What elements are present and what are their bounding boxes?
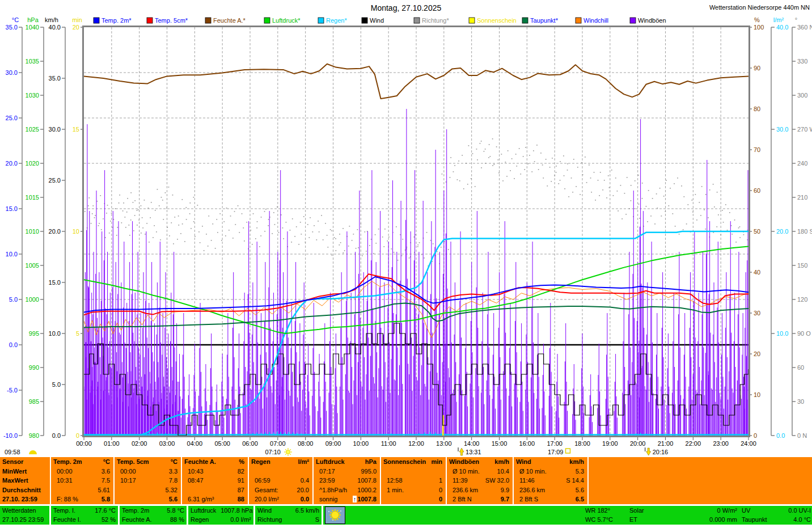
status-right-area: WR 182°WC 5.7°CSolar0 W/m²ET0.000 mmUV0.… xyxy=(323,506,812,525)
svg-text:1015: 1015 xyxy=(26,194,39,201)
svg-text:995: 995 xyxy=(29,330,39,337)
table-cell: 11:46S 14.4 xyxy=(514,476,587,485)
status-value: 4.0 °C xyxy=(789,516,811,525)
table-cell: sonnig↑1007.8 xyxy=(314,495,380,504)
table-cell: 08:4791 xyxy=(182,476,248,485)
svg-text:1005: 1005 xyxy=(26,262,39,269)
legend-item-0[interactable]: Temp. 2m* xyxy=(94,17,132,24)
table-cell: 06:590.4 xyxy=(249,476,312,485)
moonset-marker: 20:16 xyxy=(645,447,669,455)
svg-text:20: 20 xyxy=(73,24,79,31)
svg-text:1035: 1035 xyxy=(26,58,39,65)
status-label: Temp. I. xyxy=(53,506,75,516)
col-title: Temp. 2m xyxy=(51,457,82,467)
table-col-header: Regenl/m² xyxy=(249,457,312,467)
table-cell: 12:581 xyxy=(381,476,446,485)
legend-swatch xyxy=(576,18,581,23)
table-row-label: MaxWert xyxy=(0,476,50,485)
status-value: S xyxy=(311,516,319,525)
svg-text:360 N: 360 N xyxy=(797,24,812,31)
svg-text:985: 985 xyxy=(29,398,39,405)
cell-value: 3.6 xyxy=(102,467,113,476)
axis-unit-temp: °C xyxy=(12,16,19,23)
col-unit: % xyxy=(239,457,248,467)
cell-value: 7.8 xyxy=(169,476,181,485)
status-label: Wind xyxy=(257,506,272,516)
legend-item-8[interactable]: Taupunkt* xyxy=(522,17,559,24)
axis-unit-direction: ° xyxy=(795,16,797,23)
status-label: Feuchte I. xyxy=(53,516,81,525)
status-label: Regen xyxy=(191,516,209,525)
legend-item-7[interactable]: Sonnenschein xyxy=(469,17,517,24)
svg-text:30: 30 xyxy=(797,398,804,405)
legend-item-2[interactable]: Feuchte A.* xyxy=(205,17,246,24)
table-cell: 07:17995.0 xyxy=(314,467,380,476)
cell-value: ↑1007.8 xyxy=(353,495,380,504)
svg-text:1030: 1030 xyxy=(26,92,39,99)
stats-table: SensorMinWertMaxWertDurchschnitt27.10. 2… xyxy=(0,457,812,504)
status-label: WC 5.7°C xyxy=(585,516,613,525)
moon-phase-icon xyxy=(29,450,37,454)
legend-item-3[interactable]: Luftdruck* xyxy=(264,17,301,24)
legend-swatch xyxy=(147,18,153,23)
x-tick-label: 20:00 xyxy=(630,440,646,447)
legend-item-4[interactable]: Regen* xyxy=(318,17,347,24)
legend-item-1[interactable]: Temp. 5cm* xyxy=(147,17,188,24)
axis-temp: °C-10.0-5.00.05.010.015.020.025.030.035.… xyxy=(3,16,22,439)
moonrise-marker: 13:31 xyxy=(458,447,481,455)
svg-text:10: 10 xyxy=(754,391,760,398)
cell-label xyxy=(381,467,387,476)
chart-plot-area[interactable] xyxy=(84,27,748,436)
table-col-temp-5cm: Temp. 5cm°C00:003.310:177.85.325.6 xyxy=(115,457,182,504)
svg-text:60: 60 xyxy=(797,364,804,371)
cell-value: 87 xyxy=(238,485,248,495)
x-tick-label: 00:00 xyxy=(76,440,92,447)
cell-label: 23:59 xyxy=(314,476,335,485)
cell-label: 236.6 km xyxy=(447,485,478,495)
legend-swatch xyxy=(94,18,99,23)
table-col-header: Sonnenscheinmin xyxy=(381,457,446,467)
x-tick-label: 18:00 xyxy=(574,440,590,447)
svg-text:300: 300 xyxy=(797,92,807,99)
x-tick-label: 09:00 xyxy=(325,440,341,447)
cell-label: Ø 10 min. xyxy=(447,467,480,476)
x-tick-label: 22:00 xyxy=(686,440,701,447)
svg-text:990: 990 xyxy=(29,364,39,371)
table-cell: Ø 10 min.5.3 xyxy=(514,467,587,476)
x-tick-label: 19:00 xyxy=(602,440,618,447)
col-unit: km/h xyxy=(569,457,587,467)
table-row-label: 27.10. 23:59 xyxy=(0,495,50,504)
cell-value: 88 xyxy=(238,495,248,504)
svg-text:5.0: 5.0 xyxy=(52,381,61,388)
table-col-luftdruck: LuftdruckhPa07:17995.023:591007.8^1.8hPa… xyxy=(314,457,381,504)
status-label: Richtung xyxy=(257,516,282,525)
status-line: Feuchte A.88 % xyxy=(122,516,184,525)
legend-item-9[interactable]: Windchill xyxy=(576,17,608,24)
legend-label: Windböen xyxy=(638,17,666,24)
cell-label xyxy=(249,467,255,476)
cell-label: ^1.8hPa/h xyxy=(314,485,347,495)
cell-value: S 14.4 xyxy=(566,476,587,485)
cell-label xyxy=(381,495,387,504)
legend-item-6[interactable]: Richtung* xyxy=(414,17,449,24)
table-cell: 10:4382 xyxy=(182,467,248,476)
axis-unit-wind: km/h xyxy=(45,16,58,23)
cell-value: 20.0 xyxy=(297,485,312,495)
table-cell: 5.61 xyxy=(51,485,113,495)
legend-item-10[interactable]: Windböen xyxy=(630,17,666,24)
cell-label: 2 Bft N xyxy=(447,495,472,504)
svg-text:1040: 1040 xyxy=(26,24,39,31)
cell-label: 2 Bft S xyxy=(514,495,538,504)
status-line: WC 5.7°C xyxy=(585,516,625,525)
cell-value: 0.4 xyxy=(301,476,312,485)
status-label: Temp. 2m xyxy=(122,506,149,516)
status-cell-3: Luftdruck1007.8 hPaRegen0.0 l/m² xyxy=(188,506,253,525)
x-tick-label: 12:00 xyxy=(408,440,424,447)
status-cell-0: Wetterdaten27.10.25 23:59 xyxy=(0,506,49,525)
svg-text:0.0: 0.0 xyxy=(776,432,785,439)
svg-text:40.0: 40.0 xyxy=(49,24,61,31)
status-value: 6.5 km/h xyxy=(291,506,319,516)
legend-item-5[interactable]: Wind xyxy=(362,17,384,24)
cell-value: 10.4 xyxy=(497,467,513,476)
x-tick-label: 01:00 xyxy=(104,440,120,447)
